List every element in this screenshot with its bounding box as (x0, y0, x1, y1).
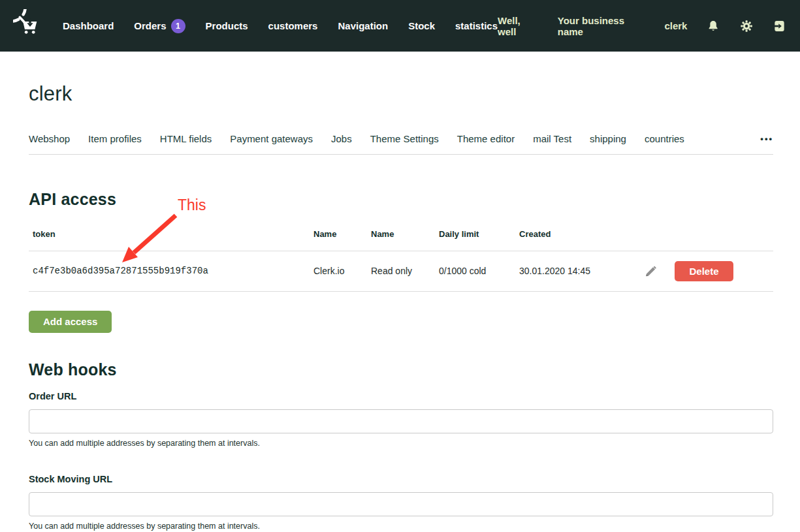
business-name-link[interactable]: Your business name (558, 15, 645, 37)
edit-button[interactable] (645, 264, 658, 277)
delete-button[interactable]: Delete (675, 261, 733, 281)
token-name: Clerk.io (313, 266, 371, 276)
orders-count-badge: 1 (171, 19, 185, 33)
stock-moving-url-input[interactable] (29, 492, 773, 516)
col-header-name: Name (313, 229, 371, 239)
nav-item-orders[interactable]: Orders1 (134, 19, 185, 33)
webhooks-section: Web hooks Order URL You can add multiple… (29, 360, 773, 531)
page-title: clerk (29, 84, 773, 105)
col-header-daily-limit: Daily limit (439, 229, 519, 239)
api-table-header: token Name Name Daily limit Created (29, 229, 773, 251)
user-link[interactable]: clerk (664, 20, 687, 31)
nav-item-dashboard[interactable]: Dashboard (63, 20, 114, 31)
nav-label: Stock (408, 20, 435, 31)
greeting-link[interactable]: Well, well (498, 15, 538, 37)
col-header-name: Name (371, 229, 439, 239)
order-url-field-block: Order URL You can add multiple addresses… (29, 391, 773, 448)
add-access-button[interactable]: Add access (29, 311, 112, 333)
api-access-heading: API access (29, 190, 773, 209)
bell-icon[interactable] (707, 19, 720, 33)
stock-moving-url-label: Stock Moving URL (29, 474, 773, 484)
nav-item-navigation[interactable]: Navigation (338, 20, 388, 31)
tab-payment-gateways[interactable]: Payment gateways (230, 133, 313, 144)
tab-item-profiles[interactable]: Item profiles (88, 133, 142, 144)
nav-label: Products (206, 20, 248, 31)
tabs-more-button[interactable]: ••• (760, 134, 773, 144)
api-token-row: c4f7e3b0a6d395a72871555b919f370a Clerk.i… (29, 251, 773, 292)
nav-label: statistics (455, 20, 498, 31)
token-daily-limit: 0/1000 cold (439, 266, 519, 276)
tab-theme-editor[interactable]: Theme editor (457, 133, 515, 144)
webhooks-heading: Web hooks (29, 360, 773, 379)
stock-moving-url-help-text: You can add multiple addresses by separa… (29, 522, 773, 531)
navbar-right: Well, well Your business name clerk (498, 15, 786, 37)
nav-label: Orders (134, 20, 166, 31)
order-url-label: Order URL (29, 391, 773, 401)
tab-bar: Webshop Item profiles HTML fields Paymen… (29, 133, 773, 155)
tab-theme-settings[interactable]: Theme Settings (370, 133, 439, 144)
gear-icon[interactable] (740, 19, 753, 33)
tab-countries[interactable]: countries (645, 133, 684, 144)
main-menu: Dashboard Orders1 Products customers Nav… (63, 19, 498, 33)
token-value: c4f7e3b0a6d395a72871555b919f370a (29, 266, 313, 276)
tab-html-fields[interactable]: HTML fields (160, 133, 212, 144)
top-navbar: Dashboard Orders1 Products customers Nav… (0, 0, 800, 52)
nav-label: Navigation (338, 20, 388, 31)
annotation-this-label: This (178, 196, 206, 214)
nav-label: customers (268, 20, 318, 31)
sign-out-icon[interactable] (773, 19, 786, 33)
tab-shipping[interactable]: shipping (590, 133, 626, 144)
col-header-token: token (29, 229, 313, 239)
nav-item-products[interactable]: Products (206, 20, 248, 31)
order-url-help-text: You can add multiple addresses by separa… (29, 439, 773, 448)
nav-item-statistics[interactable]: statistics (455, 20, 498, 31)
stock-moving-url-field-block: Stock Moving URL You can add multiple ad… (29, 474, 773, 531)
tab-jobs[interactable]: Jobs (331, 133, 352, 144)
token-access-level: Read only (371, 266, 439, 276)
tab-mail-test[interactable]: mail Test (533, 133, 571, 144)
row-actions: Delete (643, 261, 773, 281)
tab-webshop[interactable]: Webshop (29, 133, 70, 144)
main-content: clerk Webshop Item profiles HTML fields … (0, 84, 800, 531)
pencil-icon (645, 264, 658, 277)
order-url-input[interactable] (29, 409, 773, 433)
nav-item-stock[interactable]: Stock (408, 20, 435, 31)
token-created: 30.01.2020 14:45 (519, 266, 643, 276)
nav-label: Dashboard (63, 20, 114, 31)
nav-item-customers[interactable]: customers (268, 20, 318, 31)
api-access-section: API access This token Name Name Daily li… (29, 190, 773, 333)
col-header-created: Created (519, 229, 643, 239)
cart-logo-icon[interactable] (13, 9, 47, 43)
